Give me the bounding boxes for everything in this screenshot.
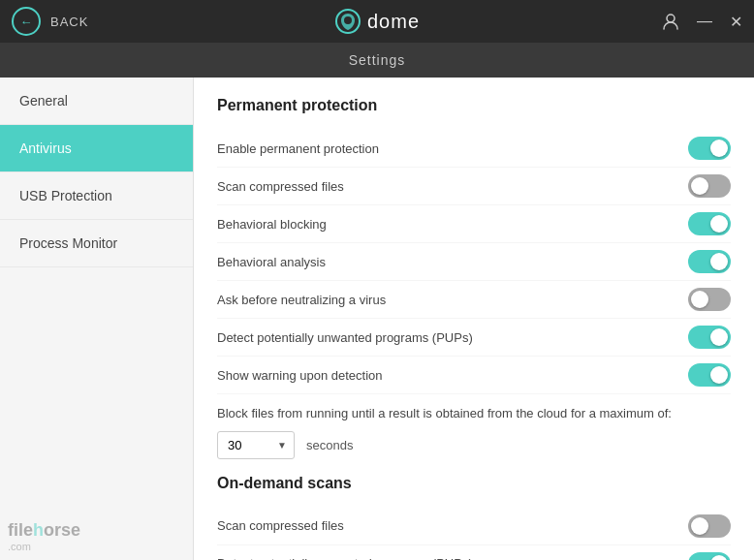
block-text: Block files from running until a result … [217, 404, 682, 423]
toggle-od-scan-compressed[interactable] [688, 514, 731, 538]
filehorse-sub: .com [8, 541, 80, 552]
sidebar-item-process-monitor[interactable]: Process Monitor [0, 220, 193, 267]
toggle-ask-neutralize[interactable] [688, 288, 731, 311]
setting-label-show-warning: Show warning upon detection [217, 368, 688, 383]
back-button[interactable]: ← [12, 7, 41, 36]
sidebar-item-general[interactable]: General [0, 78, 193, 125]
setting-row-show-warning: Show warning upon detection [217, 357, 731, 394]
sidebar: General Antivirus USB Protection Process… [0, 78, 194, 560]
close-button[interactable]: ✕ [730, 13, 742, 31]
seconds-label: seconds [306, 438, 353, 452]
logo-icon [334, 8, 361, 35]
toggle-enable-permanent[interactable] [688, 137, 731, 160]
setting-row-od-detect-pups: Detect potentially unwanted programs (PU… [217, 545, 731, 561]
toggle-detect-pups[interactable] [688, 326, 731, 349]
permanent-protection-title: Permanent protection [217, 97, 731, 114]
back-label: BACK [50, 15, 88, 29]
content-area: Permanent protection Enable permanent pr… [194, 78, 754, 560]
setting-label-detect-pups: Detect potentially unwanted programs (PU… [217, 330, 688, 345]
dropdown-row: 10 20 30 60 120 ▼ seconds [217, 431, 731, 459]
sidebar-item-usb-protection[interactable]: USB Protection [0, 172, 193, 220]
title-bar-left: ← BACK [12, 7, 88, 36]
setting-label-behavioral-analysis: Behavioral analysis [217, 255, 688, 269]
setting-row-od-scan-compressed: Scan compressed files [217, 508, 731, 545]
filehorse-text: filehorse [8, 520, 80, 541]
svg-point-2 [667, 15, 675, 22]
on-demand-scans-title: On-demand scans [217, 475, 731, 492]
title-bar-right: — ✕ [662, 13, 742, 31]
minimize-button[interactable]: — [697, 13, 712, 30]
setting-label-od-detect-pups: Detect potentially unwanted programs (PU… [217, 556, 688, 560]
toggle-behavioral-analysis[interactable] [688, 250, 731, 273]
toggle-scan-compressed[interactable] [688, 174, 731, 198]
logo-area: dome [334, 8, 420, 35]
setting-row-behavioral-analysis: Behavioral analysis [217, 243, 731, 281]
filehorse-watermark: filehorse .com [8, 520, 80, 552]
settings-title: Settings [349, 52, 406, 68]
setting-row-detect-pups: Detect potentially unwanted programs (PU… [217, 319, 731, 357]
setting-row-enable-permanent: Enable permanent protection [217, 130, 731, 168]
setting-label-od-scan-compressed: Scan compressed files [217, 518, 688, 533]
user-button[interactable] [662, 13, 679, 30]
sidebar-item-antivirus[interactable]: Antivirus [0, 125, 193, 172]
setting-label-behavioral-blocking: Behavioral blocking [217, 217, 688, 232]
main-layout: General Antivirus USB Protection Process… [0, 78, 754, 560]
title-bar: ← BACK dome — ✕ [0, 0, 754, 43]
toggle-behavioral-blocking[interactable] [688, 212, 731, 235]
setting-row-behavioral-blocking: Behavioral blocking [217, 205, 731, 243]
settings-header: Settings [0, 43, 754, 78]
toggle-show-warning[interactable] [688, 363, 731, 387]
seconds-dropdown[interactable]: 10 20 30 60 120 [217, 431, 295, 459]
logo-text: dome [367, 11, 420, 33]
dropdown-wrapper: 10 20 30 60 120 ▼ [217, 431, 295, 459]
setting-label-scan-compressed: Scan compressed files [217, 179, 688, 194]
setting-row-scan-compressed: Scan compressed files [217, 168, 731, 205]
svg-point-1 [344, 16, 352, 24]
setting-label-enable-permanent: Enable permanent protection [217, 141, 688, 156]
setting-row-ask-neutralize: Ask before neutralizing a virus [217, 281, 731, 319]
toggle-od-detect-pups[interactable] [688, 552, 731, 561]
setting-label-ask-neutralize: Ask before neutralizing a virus [217, 293, 688, 307]
